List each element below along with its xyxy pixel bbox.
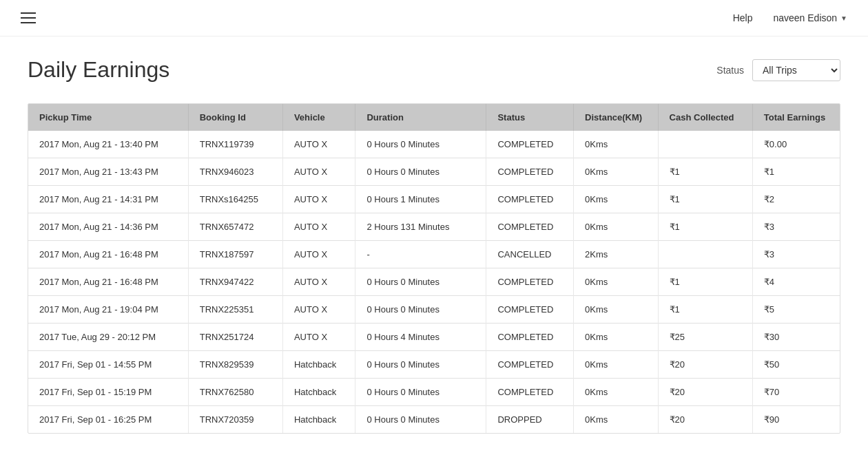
table-cell: 2017 Fri, Sep 01 - 14:55 PM [28, 351, 188, 379]
table-cell: ₹1 [658, 296, 752, 324]
table-cell: 0Kms [574, 131, 659, 158]
table-cell: 2017 Mon, Aug 21 - 14:31 PM [28, 186, 188, 213]
table-cell: TRNX657472 [188, 213, 282, 241]
menu-icon[interactable] [21, 12, 36, 23]
col-header-booking: Booking Id [188, 104, 282, 131]
table-row: 2017 Fri, Sep 01 - 14:55 PMTRNX829539Hat… [28, 351, 840, 379]
col-header-cash: Cash Collected [658, 104, 752, 131]
table-cell: 0Kms [574, 406, 659, 434]
table-cell: AUTO X [282, 158, 355, 186]
table-row: 2017 Mon, Aug 21 - 14:36 PMTRNX657472AUT… [28, 213, 840, 241]
table-cell: AUTO X [282, 186, 355, 213]
table-cell [658, 241, 752, 268]
table-cell: COMPLETED [486, 131, 574, 158]
table-cell: 2017 Mon, Aug 21 - 14:36 PM [28, 213, 188, 241]
table-cell: TRNX720359 [188, 406, 282, 434]
table-row: 2017 Mon, Aug 21 - 16:48 PMTRNX947422AUT… [28, 268, 840, 296]
table-row: 2017 Fri, Sep 01 - 16:25 PMTRNX720359Hat… [28, 406, 840, 434]
table-cell: 0 Hours 0 Minutes [355, 158, 486, 186]
app-header: Help naveen Edison ▼ [0, 0, 868, 36]
table-cell: CANCELLED [486, 241, 574, 268]
table-cell: 0Kms [574, 158, 659, 186]
table-cell: 0 Hours 1 Minutes [355, 186, 486, 213]
table-cell: ₹1 [752, 158, 840, 186]
table-cell: COMPLETED [486, 268, 574, 296]
table-header-row: Pickup Time Booking Id Vehicle Duration … [28, 104, 840, 131]
table-cell: Hatchback [282, 406, 355, 434]
table-cell: ₹5 [752, 296, 840, 324]
help-link[interactable]: Help [733, 12, 753, 23]
col-header-status: Status [486, 104, 574, 131]
table-cell: TRNX225351 [188, 296, 282, 324]
table-row: 2017 Mon, Aug 21 - 16:48 PMTRNX187597AUT… [28, 241, 840, 268]
table-cell: AUTO X [282, 296, 355, 324]
table-cell: ₹1 [658, 186, 752, 213]
table-cell: 0Kms [574, 324, 659, 351]
col-header-pickup: Pickup Time [28, 104, 188, 131]
table-cell: 2017 Mon, Aug 21 - 13:40 PM [28, 131, 188, 158]
table-cell: DROPPED [486, 406, 574, 434]
table-cell: COMPLETED [486, 351, 574, 379]
table-cell: 0Kms [574, 351, 659, 379]
table-row: 2017 Fri, Sep 01 - 15:19 PMTRNX762580Hat… [28, 379, 840, 406]
table-cell: TRNX947422 [188, 268, 282, 296]
table-cell: Hatchback [282, 351, 355, 379]
table-cell: ₹70 [752, 379, 840, 406]
col-header-vehicle: Vehicle [282, 104, 355, 131]
table-cell: 2 Hours 131 Minutes [355, 213, 486, 241]
table-cell: 2017 Fri, Sep 01 - 15:19 PM [28, 379, 188, 406]
table-cell: TRNX762580 [188, 379, 282, 406]
user-name: naveen Edison [773, 12, 837, 23]
user-menu[interactable]: naveen Edison ▼ [773, 12, 847, 23]
table-cell: TRNX946023 [188, 158, 282, 186]
table-cell: 2017 Fri, Sep 01 - 16:25 PM [28, 406, 188, 434]
table-cell: Hatchback [282, 379, 355, 406]
table-cell: 2017 Mon, Aug 21 - 19:04 PM [28, 296, 188, 324]
col-header-distance: Distance(KM) [574, 104, 659, 131]
table-cell: 0 Hours 0 Minutes [355, 379, 486, 406]
table-cell: 0 Hours 4 Minutes [355, 324, 486, 351]
table-cell: AUTO X [282, 241, 355, 268]
earnings-table: Pickup Time Booking Id Vehicle Duration … [28, 104, 840, 433]
table-row: 2017 Mon, Aug 21 - 13:40 PMTRNX119739AUT… [28, 131, 840, 158]
table-cell: COMPLETED [486, 213, 574, 241]
table-cell: 0Kms [574, 268, 659, 296]
header-left [21, 12, 36, 23]
table-cell: ₹30 [752, 324, 840, 351]
table-cell: TRNX829539 [188, 351, 282, 379]
col-header-duration: Duration [355, 104, 486, 131]
table-cell: ₹2 [752, 186, 840, 213]
table-cell: AUTO X [282, 268, 355, 296]
status-label: Status [716, 65, 744, 76]
table-cell: ₹1 [658, 213, 752, 241]
table-cell: COMPLETED [486, 296, 574, 324]
status-select[interactable]: All TripsCompletedCancelledDropped [752, 59, 840, 81]
table-cell: ₹25 [658, 324, 752, 351]
header-right: Help naveen Edison ▼ [733, 12, 847, 23]
table-cell: TRNX251724 [188, 324, 282, 351]
page-header: Daily Earnings Status All TripsCompleted… [28, 57, 840, 83]
table-cell: 2017 Mon, Aug 21 - 16:48 PM [28, 268, 188, 296]
table-cell: 2Kms [574, 241, 659, 268]
table-cell: 0 Hours 0 Minutes [355, 406, 486, 434]
table-cell: - [355, 241, 486, 268]
table-body: 2017 Mon, Aug 21 - 13:40 PMTRNX119739AUT… [28, 131, 840, 433]
page-title: Daily Earnings [28, 57, 169, 83]
table-cell: ₹20 [658, 406, 752, 434]
table-cell: TRNX187597 [188, 241, 282, 268]
table-cell: TRNX119739 [188, 131, 282, 158]
table-cell: ₹3 [752, 241, 840, 268]
table-cell: 2017 Tue, Aug 29 - 20:12 PM [28, 324, 188, 351]
col-header-total: Total Earnings [752, 104, 840, 131]
table-cell [658, 131, 752, 158]
table-cell: AUTO X [282, 213, 355, 241]
table-row: 2017 Mon, Aug 21 - 13:43 PMTRNX946023AUT… [28, 158, 840, 186]
user-menu-arrow: ▼ [840, 14, 847, 22]
table-cell: ₹3 [752, 213, 840, 241]
table-cell: ₹4 [752, 268, 840, 296]
status-filter: Status All TripsCompletedCancelledDroppe… [716, 59, 840, 81]
table-cell: 0Kms [574, 213, 659, 241]
table-cell: ₹90 [752, 406, 840, 434]
table-cell: COMPLETED [486, 379, 574, 406]
table-cell: ₹1 [658, 158, 752, 186]
